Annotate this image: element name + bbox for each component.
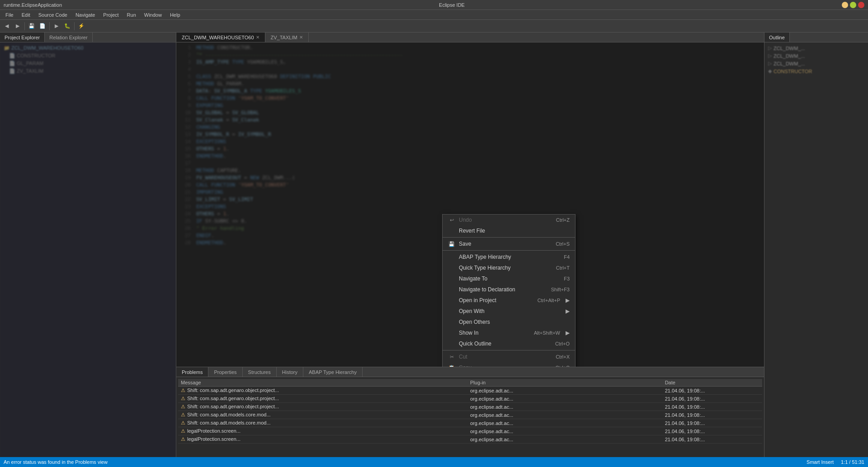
- app-title-center: Eclipse IDE: [439, 2, 465, 8]
- editor-tab-taxlim-close[interactable]: ✕: [299, 35, 303, 40]
- bottom-tab-problems[interactable]: Problems: [176, 367, 208, 377]
- ctx-abap-type[interactable]: ABAP Type Hierarchy F4: [443, 252, 575, 262]
- ctx-open-others[interactable]: Open Others: [443, 317, 575, 327]
- ctx-navigate-decl-shortcut: Shift+F3: [551, 287, 570, 292]
- ctx-copy[interactable]: 📋 Copy Ctrl+C: [443, 362, 575, 367]
- outline-item-constructor-label: CONSTRUCTOR: [774, 69, 812, 74]
- toolbar-forward[interactable]: ▶: [13, 21, 23, 31]
- outline-item-label-1: ZCL_DWM_...: [774, 46, 805, 51]
- menu-edit[interactable]: Edit: [18, 11, 34, 19]
- table-row[interactable]: ⚠Shift: com.sap.adt.models.core.mod... o…: [178, 411, 762, 419]
- row-date-1: 21.04.06, 19:08:...: [662, 387, 762, 394]
- menu-project[interactable]: Project: [99, 11, 122, 19]
- ctx-show-in[interactable]: Show In Alt+Shift+W ▶: [443, 327, 575, 338]
- toolbar-save[interactable]: 💾: [27, 21, 37, 31]
- toolbar-new[interactable]: 📄: [38, 21, 47, 31]
- menu-navigate[interactable]: Navigate: [72, 11, 99, 19]
- table-row[interactable]: ⚠legalProtection.screen... org.eclipse.a…: [178, 435, 762, 444]
- ctx-open-with[interactable]: Open With ▶: [443, 306, 575, 317]
- status-message: An error status was found in the Problem…: [4, 459, 108, 465]
- col-plugin: Plug-in: [467, 379, 662, 386]
- col-message: Message: [178, 379, 467, 386]
- outline-item-1[interactable]: ▷ ZCL_DWM_...: [766, 44, 866, 52]
- bottom-tab-properties[interactable]: Properties: [208, 367, 242, 377]
- ctx-quick-type-shortcut: Ctrl+T: [556, 265, 570, 271]
- editor-tab-warehouseto60[interactable]: ZCL_DWM_WAREHOUSETO60 ✕: [176, 33, 265, 42]
- menu-window[interactable]: Window: [141, 11, 165, 19]
- app-window: runtime.EclipseApplication Eclipse IDE F…: [0, 0, 868, 467]
- tab-project-explorer[interactable]: Project Explorer: [0, 33, 45, 42]
- col-date: Date: [662, 379, 762, 386]
- ctx-sep-2: [443, 250, 575, 251]
- tab-outline[interactable]: Outline: [764, 33, 790, 42]
- bottom-tab-abap-type[interactable]: ABAP Type Hierarchy: [303, 367, 363, 377]
- close-button[interactable]: [858, 2, 864, 8]
- editor-content[interactable]: 1METHOD CONSTRUCTOR. 2 "* --------------…: [176, 42, 764, 367]
- menu-source-code[interactable]: Source Code: [35, 11, 71, 19]
- show-in-arrow-icon: ▶: [566, 330, 570, 336]
- quick-outline-icon: [448, 340, 455, 347]
- bottom-tab-bar: Problems Properties Structures History A…: [176, 367, 764, 377]
- minimize-button[interactable]: [842, 2, 848, 8]
- outline-item-constructor[interactable]: ◆ CONSTRUCTOR: [766, 67, 866, 75]
- menu-file[interactable]: File: [2, 11, 17, 19]
- ctx-navigate-to[interactable]: Navigate To F3: [443, 273, 575, 284]
- open-project-icon: [448, 297, 455, 304]
- editor-tab-warehouseto60-close[interactable]: ✕: [256, 35, 259, 40]
- row-message-4: ⚠Shift: com.sap.adt.models.core.mod...: [178, 411, 467, 419]
- row-message-6: ⚠legalProtection.screen...: [178, 427, 467, 435]
- bottom-tab-structures[interactable]: Structures: [243, 367, 277, 377]
- mid-row: Project Explorer Relation Explorer 📁 ZCL…: [0, 33, 868, 457]
- row-message-3: ⚠Shift: com.sap.adt.genaro.object.projec…: [178, 403, 467, 411]
- toolbar-activate[interactable]: ⚡: [76, 21, 86, 31]
- table-row[interactable]: ⚠Shift: com.sap.adt.models.core.mod... o…: [178, 419, 762, 427]
- row-date-2: 21.04.06, 19:08:...: [662, 395, 762, 402]
- ctx-undo[interactable]: ↩ Undo Ctrl+Z: [443, 215, 575, 225]
- ctx-cut[interactable]: ✂ Cut Ctrl+X: [443, 351, 575, 362]
- table-header: Message Plug-in Date: [178, 379, 762, 387]
- ctx-quick-outline-shortcut: Ctrl+O: [555, 341, 570, 346]
- toolbar-sep-3: [74, 22, 75, 30]
- ctx-navigate-decl[interactable]: Navigate to Declaration Shift+F3: [443, 284, 575, 295]
- toolbar-debug[interactable]: 🐛: [62, 21, 72, 31]
- abap-type-icon: [448, 253, 455, 261]
- ctx-revert-file[interactable]: Revert File: [443, 225, 575, 236]
- ctx-abap-type-label: ABAP Type Hierarchy: [459, 254, 560, 260]
- table-row[interactable]: ⚠legalProtection.screen... org.eclipse.a…: [178, 427, 762, 435]
- problems-table: Message Plug-in Date ⚠Shift: com.sap.adt…: [176, 377, 764, 457]
- bottom-tab-history[interactable]: History: [277, 367, 303, 377]
- ctx-abap-type-shortcut: F4: [564, 254, 570, 260]
- ctx-quick-type[interactable]: Quick Type Hierarchy Ctrl+T: [443, 262, 575, 273]
- outline-item-3[interactable]: ▷ ZCL_DWM_...: [766, 60, 866, 67]
- ctx-sep-1: [443, 237, 575, 238]
- editor-tab-taxlim[interactable]: ZV_TAXLIM ✕: [265, 33, 309, 42]
- ctx-save[interactable]: 💾 Save Ctrl+S: [443, 238, 575, 249]
- toolbar-back[interactable]: ◀: [2, 21, 12, 31]
- ctx-open-project-label: Open in Project: [459, 297, 534, 304]
- title-bar: runtime.EclipseApplication Eclipse IDE: [0, 0, 868, 10]
- toolbar-run[interactable]: ▶: [52, 21, 61, 31]
- menu-help[interactable]: Help: [166, 11, 184, 19]
- row-date-7: 21.04.06, 19:08:...: [662, 436, 762, 443]
- context-menu: ↩ Undo Ctrl+Z Revert File 💾 Save Ct: [442, 214, 576, 367]
- open-project-arrow-icon: ▶: [566, 297, 570, 304]
- menu-run[interactable]: Run: [123, 11, 140, 19]
- editor-row: 1METHOD CONSTRUCTOR. 2 "* --------------…: [176, 42, 764, 367]
- table-row[interactable]: ⚠Shift: com.sap.adt.genaro.object.projec…: [178, 395, 762, 403]
- ctx-quick-outline[interactable]: Quick Outline Ctrl+O: [443, 338, 575, 349]
- ctx-navigate-to-shortcut: F3: [564, 276, 570, 281]
- row-message-5: ⚠Shift: com.sap.adt.models.core.mod...: [178, 419, 467, 427]
- tab-relation-explorer[interactable]: Relation Explorer: [45, 33, 92, 42]
- status-position: Smart Insert: [807, 459, 834, 465]
- ctx-open-project[interactable]: Open in Project Ctrl+Alt+P ▶: [443, 295, 575, 306]
- left-panel-tabs: Project Explorer Relation Explorer: [0, 33, 176, 42]
- row-plugin-3: org.eclipse.adt.ac...: [467, 403, 662, 411]
- row-date-5: 21.04.06, 19:08:...: [662, 420, 762, 427]
- left-panel: Project Explorer Relation Explorer 📁 ZCL…: [0, 33, 176, 457]
- table-row[interactable]: ⚠Shift: com.sap.adt.genaro.object.projec…: [178, 403, 762, 411]
- ctx-cut-shortcut: Ctrl+X: [556, 354, 570, 360]
- maximize-button[interactable]: [850, 2, 856, 8]
- table-row[interactable]: ⚠Shift: com.sap.adt.genaro.object.projec…: [178, 387, 762, 395]
- toolbar-sep-1: [24, 22, 25, 30]
- outline-item-2[interactable]: ▷ ZCL_DWM_...: [766, 52, 866, 60]
